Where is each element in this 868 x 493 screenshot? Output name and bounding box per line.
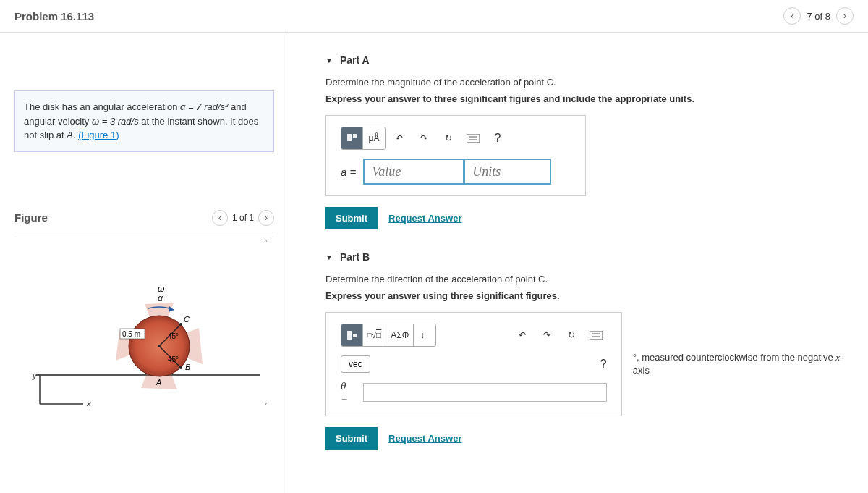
- svg-text:A: A: [156, 378, 161, 387]
- scroll-down-icon[interactable]: ˅: [264, 402, 271, 409]
- arrows-button[interactable]: ↓↑: [414, 324, 435, 346]
- var-a-label: a =: [341, 166, 356, 178]
- figure-next-button[interactable]: ›: [258, 210, 274, 226]
- svg-text:α: α: [158, 293, 163, 303]
- caret-down-icon: ▼: [326, 253, 333, 261]
- part-b-prompt: Determine the direction of the accelerat…: [326, 274, 854, 285]
- part-a-header[interactable]: ▼ Part A: [326, 54, 854, 66]
- request-answer-b[interactable]: Request Answer: [388, 433, 461, 444]
- caret-down-icon: ▼: [326, 56, 333, 64]
- svg-rect-26: [347, 331, 352, 340]
- svg-text:B: B: [185, 363, 190, 371]
- template-button-b[interactable]: [341, 324, 363, 346]
- units-input[interactable]: [464, 159, 551, 185]
- var-theta-label: θ =: [341, 380, 356, 405]
- svg-point-6: [179, 323, 182, 326]
- redo-button[interactable]: ↷: [413, 127, 435, 149]
- svg-text:C: C: [184, 315, 190, 324]
- left-panel: The disk has an angular acceleration α =…: [0, 33, 289, 493]
- help-button[interactable]: ?: [487, 127, 509, 149]
- svg-text:0.5 m: 0.5 m: [122, 330, 140, 338]
- template-button[interactable]: [341, 127, 363, 149]
- svg-text:x: x: [86, 399, 91, 408]
- part-b-header[interactable]: ▼ Part B: [326, 251, 854, 263]
- keyboard-icon: [467, 134, 480, 143]
- keyboard-icon: [590, 331, 603, 340]
- svg-rect-27: [353, 334, 357, 337]
- figure-viewport: ˄ ˅: [14, 237, 274, 410]
- part-b-instruction: Express your answer using three signific…: [326, 290, 854, 301]
- reset-button[interactable]: ↻: [438, 127, 459, 149]
- disk-figure: C B A 45° 45° ω α 0.5 m y: [22, 252, 268, 410]
- undo-button-b[interactable]: ↶: [511, 324, 533, 346]
- svg-rect-23: [467, 134, 480, 143]
- part-a-answer-box: μÅ ↶ ↷ ↻ ? a =: [326, 115, 586, 196]
- problem-position: 7 of 8: [807, 11, 830, 22]
- svg-point-8: [179, 366, 182, 369]
- reset-button-b[interactable]: ↻: [561, 324, 582, 346]
- right-panel: ▼ Part A Determine the magnitude of the …: [289, 33, 868, 493]
- keyboard-button-b[interactable]: [585, 324, 607, 346]
- value-input[interactable]: [363, 159, 464, 185]
- scroll-up-icon[interactable]: ˄: [264, 239, 271, 246]
- figure-prev-button[interactable]: ‹: [212, 210, 228, 226]
- undo-button[interactable]: ↶: [388, 127, 410, 149]
- figure-heading: Figure: [14, 211, 48, 224]
- prev-problem-button[interactable]: ‹: [783, 7, 801, 25]
- request-answer-a[interactable]: Request Answer: [388, 213, 461, 224]
- figure-position: 1 of 1: [232, 213, 254, 223]
- svg-rect-28: [590, 331, 603, 340]
- units-button[interactable]: μÅ: [363, 127, 385, 149]
- part-a-prompt: Determine the magnitude of the accelerat…: [326, 77, 854, 88]
- part-b: ▼ Part B Determine the direction of the …: [326, 251, 854, 450]
- svg-text:ω: ω: [158, 284, 164, 294]
- svg-rect-22: [353, 134, 357, 138]
- vec-button[interactable]: vec: [341, 355, 370, 373]
- problem-statement: The disk has an angular acceleration α =…: [14, 90, 274, 152]
- part-b-title: Part B: [340, 251, 370, 263]
- part-b-answer-box: □√□ ΑΣΦ ↓↑ ↶ ↷ ↻ vec: [326, 312, 622, 416]
- help-button-b[interactable]: ?: [600, 358, 607, 371]
- redo-button-b[interactable]: ↷: [536, 324, 558, 346]
- figure-link[interactable]: (Figure 1): [78, 130, 119, 140]
- svg-text:45°: 45°: [168, 332, 179, 340]
- problem-nav: ‹ 7 of 8 ›: [783, 7, 854, 25]
- greek-button[interactable]: ΑΣΦ: [386, 324, 414, 346]
- submit-button-b[interactable]: Submit: [326, 427, 378, 450]
- svg-rect-21: [347, 134, 352, 141]
- submit-button-a[interactable]: Submit: [326, 207, 378, 229]
- theta-input[interactable]: [363, 383, 607, 402]
- page-header: Problem 16.113 ‹ 7 of 8 ›: [0, 0, 868, 33]
- part-a-instruction: Express your answer to three significant…: [326, 93, 854, 104]
- part-a: ▼ Part A Determine the magnitude of the …: [326, 54, 854, 229]
- svg-text:45°: 45°: [168, 355, 179, 363]
- sqrt-button[interactable]: □√□: [363, 324, 386, 346]
- problem-title: Problem 16.113: [14, 10, 94, 22]
- keyboard-button[interactable]: [462, 127, 484, 149]
- next-problem-button[interactable]: ›: [836, 7, 854, 25]
- part-a-title: Part A: [340, 54, 370, 66]
- post-text: °, measured counterclockwise from the ne…: [633, 351, 854, 377]
